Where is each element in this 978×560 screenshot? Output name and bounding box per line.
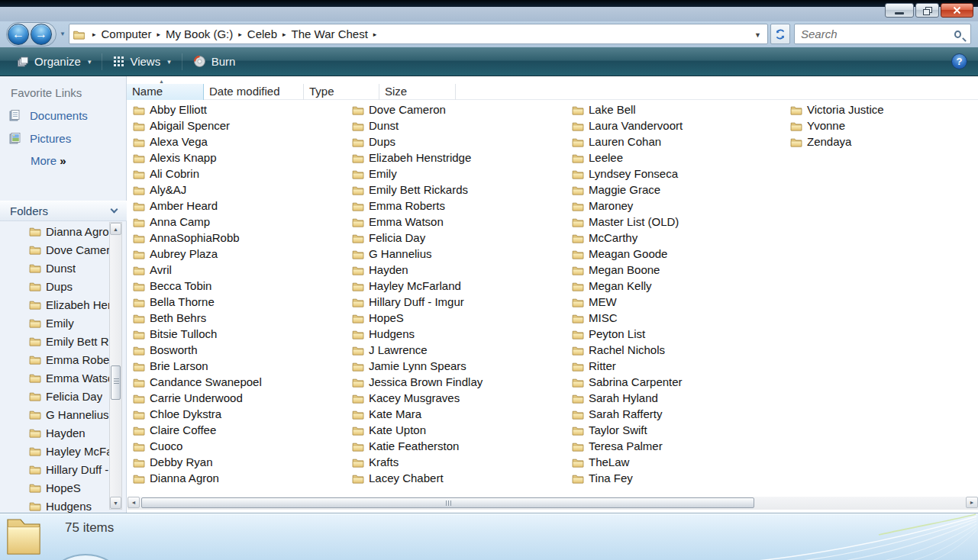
file-item[interactable]: Hudgens — [350, 326, 570, 342]
file-item[interactable]: Aubrey Plaza — [131, 246, 350, 262]
file-item[interactable]: Hillary Duff - Imgur — [350, 294, 570, 310]
file-item[interactable]: Emily — [350, 166, 570, 182]
tree-item[interactable]: HopeS — [0, 478, 109, 497]
file-item[interactable]: Dianna Agron — [131, 470, 350, 486]
file-item[interactable]: Peyton List — [570, 326, 789, 342]
file-item[interactable]: Jamie Lynn Spears — [350, 358, 570, 374]
titlebar[interactable] — [0, 7, 978, 21]
minimize-button[interactable] — [885, 3, 914, 18]
file-item[interactable]: Avril — [131, 262, 350, 278]
chevron-down-icon[interactable]: ▾ — [167, 58, 171, 66]
organize-button[interactable]: Organize ▾ — [9, 51, 98, 72]
file-item[interactable]: Meagan Goode — [570, 246, 789, 262]
file-item[interactable]: Alexa Vega — [131, 134, 350, 150]
tree-item[interactable]: Emma Roberts — [0, 350, 109, 369]
file-item[interactable]: Lake Bell — [570, 101, 789, 117]
burn-button[interactable]: Burn — [186, 51, 244, 72]
file-item[interactable]: Tina Fey — [570, 470, 789, 486]
search-input[interactable] — [795, 27, 954, 41]
tree-item[interactable]: Dove Cameron — [0, 240, 109, 259]
forward-button[interactable]: → — [31, 24, 52, 45]
file-item[interactable]: Anna Camp — [131, 214, 350, 230]
file-item[interactable]: Carrie Underwood — [131, 390, 350, 406]
file-item[interactable]: Bitsie Tulloch — [131, 326, 350, 342]
help-button[interactable]: ? — [951, 53, 967, 69]
file-item[interactable]: Lacey Chabert — [350, 470, 570, 486]
file-item[interactable]: Bosworth — [131, 342, 350, 358]
file-item[interactable]: Hayden — [350, 262, 570, 278]
file-item[interactable]: Kate Mara — [350, 406, 570, 422]
file-item[interactable]: Master List (OLD) — [570, 214, 789, 230]
folders-expander[interactable]: Folders — [0, 201, 127, 221]
file-item[interactable]: Zendaya — [789, 134, 978, 150]
tree-item[interactable]: Dianna Agron — [0, 222, 109, 240]
tree-item[interactable]: Hillary Duff - Imgur — [0, 460, 109, 478]
file-item[interactable]: G Hannelius — [350, 246, 570, 262]
file-item[interactable]: Rachel Nichols — [570, 342, 789, 358]
file-item[interactable]: MISC — [570, 310, 789, 326]
file-item[interactable]: Brie Larson — [131, 358, 350, 374]
file-item[interactable]: Elizabeh Henstridge — [350, 150, 570, 166]
file-item[interactable]: Lauren Cohan — [570, 134, 789, 150]
tree-item[interactable]: Elizabeh Henstridge — [0, 295, 109, 314]
file-item[interactable]: Katie Featherston — [350, 438, 570, 454]
views-button[interactable]: Views ▾ — [105, 51, 178, 72]
breadcrumb-segment[interactable]: Computer — [101, 27, 153, 40]
file-item[interactable]: HopeS — [350, 310, 570, 326]
horizontal-scrollbar[interactable]: ◄ ► — [127, 497, 978, 510]
file-item[interactable]: Sarah Rafferty — [570, 406, 789, 422]
breadcrumb-segment[interactable]: The War Chest — [291, 27, 369, 40]
file-item[interactable]: Laura Vandervoort — [570, 117, 789, 134]
file-item[interactable]: Emma Roberts — [350, 198, 570, 214]
tree-scrollbar-thumb[interactable] — [111, 365, 121, 400]
file-item[interactable]: Claire Coffee — [131, 422, 350, 438]
more-links-button[interactable]: More» — [31, 154, 126, 167]
breadcrumb-segment[interactable]: My Book (G:) — [165, 27, 234, 40]
file-item[interactable]: McCarthy — [570, 230, 789, 246]
sidebar-item-pictures[interactable]: Pictures — [8, 132, 126, 145]
tree-item[interactable]: Felicia Day — [0, 387, 109, 405]
tree-item[interactable]: Emily — [0, 314, 109, 332]
tree-scrollbar[interactable]: ▲ ▼ — [109, 222, 122, 510]
tree-item[interactable]: Hayley McFarland — [0, 442, 109, 460]
close-button[interactable] — [941, 3, 973, 18]
file-item[interactable]: Teresa Palmer — [570, 438, 789, 454]
file-item[interactable]: Jessica Brown Findlay — [350, 374, 570, 390]
file-item[interactable]: Hayley McFarland — [350, 278, 570, 294]
tree-item[interactable]: Emma Watson — [0, 369, 109, 387]
file-item[interactable]: Maggie Grace — [570, 182, 789, 198]
file-item[interactable]: Kate Upton — [350, 422, 570, 438]
breadcrumb-segment[interactable]: Celeb — [247, 27, 278, 40]
back-button[interactable]: ← — [8, 24, 29, 45]
file-item[interactable]: Maroney — [570, 198, 789, 214]
file-item[interactable]: Dups — [350, 134, 570, 150]
file-item[interactable]: Alexis Knapp — [131, 150, 350, 166]
file-item[interactable]: Yvonne — [789, 117, 978, 134]
address-bar[interactable]: ▸ Computer ▸ My Book (G:) ▸ Celeb ▸ The … — [69, 24, 768, 44]
file-item[interactable]: Ali Cobrin — [131, 166, 350, 182]
file-item[interactable]: Sarah Hyland — [570, 390, 789, 406]
file-item[interactable]: MEW — [570, 294, 789, 310]
scroll-left-button[interactable]: ◄ — [127, 497, 140, 508]
file-item[interactable]: Amber Heard — [131, 198, 350, 214]
tree-item[interactable]: Dunst — [0, 259, 109, 277]
file-item[interactable]: Krafts — [350, 454, 570, 470]
file-item[interactable]: Becca Tobin — [131, 278, 350, 294]
file-item[interactable]: Cuoco — [131, 438, 350, 454]
maximize-button[interactable] — [915, 3, 939, 18]
file-item[interactable]: Debby Ryan — [131, 454, 350, 470]
file-item[interactable]: Sabrina Carpenter — [570, 374, 789, 390]
column-header-size[interactable]: Size — [379, 84, 456, 100]
file-item[interactable]: Emma Watson — [350, 214, 570, 230]
file-item[interactable]: Felicia Day — [350, 230, 570, 246]
file-item[interactable]: Ritter — [570, 358, 789, 374]
scroll-right-button[interactable]: ► — [966, 497, 978, 508]
tree-item[interactable]: Dups — [0, 277, 109, 295]
file-item[interactable]: Leelee — [570, 150, 789, 166]
file-item[interactable]: Dunst — [350, 117, 570, 134]
file-item[interactable]: Kacey Musgraves — [350, 390, 570, 406]
file-item[interactable]: Beth Behrs — [131, 310, 350, 326]
file-item[interactable]: Abby Elliott — [131, 101, 350, 117]
file-item[interactable]: Megan Boone — [570, 262, 789, 278]
refresh-button[interactable] — [770, 24, 790, 44]
